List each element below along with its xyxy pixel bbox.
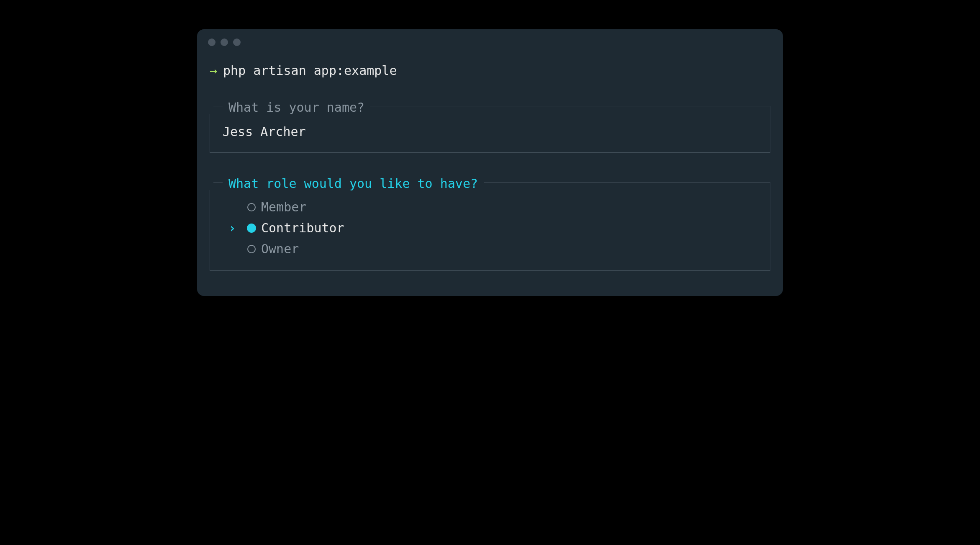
terminal-window: → php artisan app:example What is your n… [197, 29, 783, 296]
name-prompt-question: What is your name? [223, 98, 370, 118]
name-prompt-answer: Jess Archer [223, 115, 757, 142]
prompt-arrow-icon: → [210, 61, 217, 81]
terminal-content[interactable]: → php artisan app:example What is your n… [197, 46, 783, 296]
role-option-owner[interactable]: Owner [223, 239, 757, 260]
role-option-list[interactable]: Member › Contributor Owner [223, 191, 757, 260]
option-label: Contributor [261, 219, 344, 238]
radio-checked-icon [242, 224, 261, 233]
command-text: php artisan app:example [223, 61, 397, 81]
option-label: Owner [261, 239, 299, 259]
command-line: → php artisan app:example [210, 61, 770, 81]
radio-unchecked-icon [242, 245, 261, 253]
role-option-member[interactable]: Member [223, 197, 757, 218]
radio-unchecked-icon [242, 203, 261, 211]
role-prompt-box: What role would you like to have? Member… [210, 182, 770, 271]
role-option-contributor[interactable]: › Contributor [223, 218, 757, 239]
close-icon[interactable] [208, 39, 215, 46]
cursor-icon: › [223, 219, 242, 238]
option-label: Member [261, 198, 306, 217]
maximize-icon[interactable] [233, 39, 241, 46]
window-titlebar [197, 29, 783, 46]
name-prompt-box: What is your name? Jess Archer [210, 106, 770, 153]
role-prompt-question: What role would you like to have? [223, 174, 484, 194]
minimize-icon[interactable] [221, 39, 228, 46]
